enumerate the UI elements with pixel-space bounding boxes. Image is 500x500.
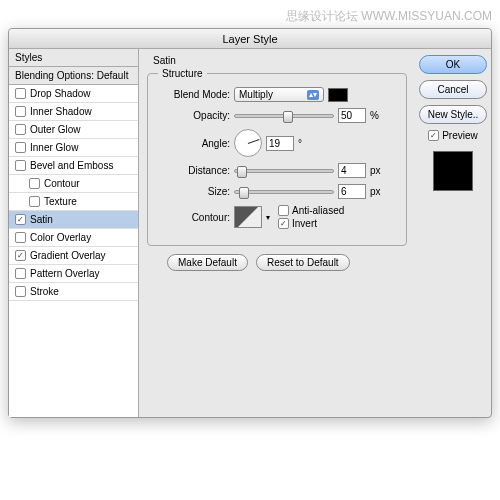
cancel-button[interactable]: Cancel (419, 80, 487, 99)
anti-aliased-checkbox[interactable] (278, 205, 289, 216)
style-item-stroke[interactable]: Stroke (9, 283, 138, 301)
distance-input[interactable]: 4 (338, 163, 366, 178)
angle-row: Angle: 19 ° (158, 129, 396, 157)
invert-label: Invert (292, 218, 317, 229)
style-checkbox[interactable] (15, 214, 26, 225)
default-buttons-row: Make Default Reset to Default (167, 254, 407, 271)
layer-style-dialog: Layer Style Styles Blending Options: Def… (8, 28, 492, 418)
opacity-unit: % (370, 110, 379, 121)
section-title: Satin (153, 55, 407, 66)
dialog-body: Styles Blending Options: Default Drop Sh… (9, 49, 491, 417)
style-checkbox[interactable] (15, 142, 26, 153)
size-unit: px (370, 186, 381, 197)
style-item-drop-shadow[interactable]: Drop Shadow (9, 85, 138, 103)
style-item-satin[interactable]: Satin (9, 211, 138, 229)
style-item-color-overlay[interactable]: Color Overlay (9, 229, 138, 247)
size-label: Size: (158, 186, 230, 197)
style-item-inner-glow[interactable]: Inner Glow (9, 139, 138, 157)
invert-checkbox[interactable] (278, 218, 289, 229)
style-item-contour[interactable]: Contour (9, 175, 138, 193)
new-style-button[interactable]: New Style.. (419, 105, 487, 124)
styles-header[interactable]: Styles (9, 49, 138, 67)
blend-mode-row: Blend Mode: Multiply ▴▾ (158, 87, 396, 102)
style-label: Inner Shadow (30, 106, 92, 117)
style-label: Color Overlay (30, 232, 91, 243)
opacity-slider[interactable] (234, 114, 334, 118)
style-checkbox[interactable] (15, 268, 26, 279)
style-label: Satin (30, 214, 53, 225)
slider-thumb[interactable] (239, 187, 249, 199)
invert-option[interactable]: Invert (278, 218, 344, 229)
slider-thumb[interactable] (283, 111, 293, 123)
anti-aliased-label: Anti-aliased (292, 205, 344, 216)
structure-legend: Structure (158, 68, 207, 79)
watermark-text: 思缘设计论坛 WWW.MISSYUAN.COM (286, 8, 492, 25)
distance-unit: px (370, 165, 381, 176)
opacity-label: Opacity: (158, 110, 230, 121)
distance-label: Distance: (158, 165, 230, 176)
size-input[interactable]: 6 (338, 184, 366, 199)
style-label: Outer Glow (30, 124, 81, 135)
opacity-input[interactable]: 50 (338, 108, 366, 123)
angle-dial[interactable] (234, 129, 262, 157)
style-checkbox[interactable] (29, 196, 40, 207)
styles-panel: Styles Blending Options: Default Drop Sh… (9, 49, 139, 417)
contour-picker[interactable] (234, 206, 262, 228)
angle-label: Angle: (158, 138, 230, 149)
preview-swatch (433, 151, 473, 191)
ok-button[interactable]: OK (419, 55, 487, 74)
style-checkbox[interactable] (15, 160, 26, 171)
style-item-texture[interactable]: Texture (9, 193, 138, 211)
preview-checkbox[interactable] (428, 130, 439, 141)
distance-row: Distance: 4 px (158, 163, 396, 178)
make-default-button[interactable]: Make Default (167, 254, 248, 271)
style-label: Pattern Overlay (30, 268, 99, 279)
contour-dropdown-icon[interactable]: ▾ (266, 213, 270, 222)
window-title: Layer Style (9, 29, 491, 49)
style-checkbox[interactable] (15, 88, 26, 99)
style-label: Drop Shadow (30, 88, 91, 99)
style-label: Bevel and Emboss (30, 160, 113, 171)
blending-options-header[interactable]: Blending Options: Default (9, 67, 138, 85)
style-item-bevel-and-emboss[interactable]: Bevel and Emboss (9, 157, 138, 175)
size-row: Size: 6 px (158, 184, 396, 199)
main-panel: Satin Structure Blend Mode: Multiply ▴▾ … (139, 49, 415, 417)
style-checkbox[interactable] (15, 286, 26, 297)
color-swatch[interactable] (328, 88, 348, 102)
style-checkbox[interactable] (15, 124, 26, 135)
styles-list: Drop ShadowInner ShadowOuter GlowInner G… (9, 85, 138, 301)
style-label: Inner Glow (30, 142, 78, 153)
style-label: Contour (44, 178, 80, 189)
style-checkbox[interactable] (15, 232, 26, 243)
opacity-row: Opacity: 50 % (158, 108, 396, 123)
style-checkbox[interactable] (29, 178, 40, 189)
structure-fieldset: Structure Blend Mode: Multiply ▴▾ Opacit… (147, 68, 407, 246)
blend-mode-label: Blend Mode: (158, 89, 230, 100)
slider-thumb[interactable] (237, 166, 247, 178)
style-item-inner-shadow[interactable]: Inner Shadow (9, 103, 138, 121)
preview-label: Preview (442, 130, 478, 141)
style-item-outer-glow[interactable]: Outer Glow (9, 121, 138, 139)
reset-default-button[interactable]: Reset to Default (256, 254, 350, 271)
angle-input[interactable]: 19 (266, 136, 294, 151)
style-checkbox[interactable] (15, 106, 26, 117)
size-slider[interactable] (234, 190, 334, 194)
preview-option[interactable]: Preview (428, 130, 478, 141)
contour-label: Contour: (158, 212, 230, 223)
style-checkbox[interactable] (15, 250, 26, 261)
style-label: Stroke (30, 286, 59, 297)
style-label: Gradient Overlay (30, 250, 106, 261)
blend-mode-select[interactable]: Multiply ▴▾ (234, 87, 324, 102)
style-item-gradient-overlay[interactable]: Gradient Overlay (9, 247, 138, 265)
style-item-pattern-overlay[interactable]: Pattern Overlay (9, 265, 138, 283)
blend-mode-value: Multiply (239, 89, 273, 100)
angle-unit: ° (298, 138, 302, 149)
style-label: Texture (44, 196, 77, 207)
anti-aliased-option[interactable]: Anti-aliased (278, 205, 344, 216)
distance-slider[interactable] (234, 169, 334, 173)
right-panel: OK Cancel New Style.. Preview (415, 49, 491, 417)
contour-row: Contour: ▾ Anti-aliased Invert (158, 205, 396, 229)
chevron-updown-icon: ▴▾ (307, 90, 319, 100)
